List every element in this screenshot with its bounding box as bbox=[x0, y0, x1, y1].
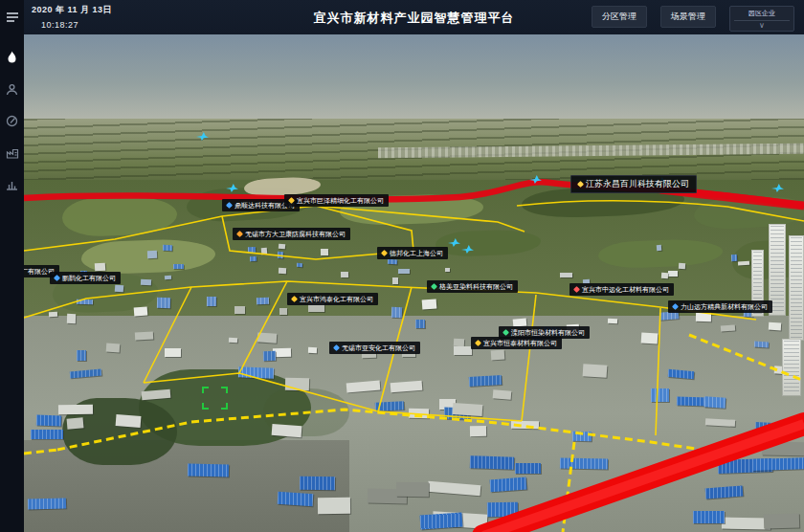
sidebar-item-fire[interactable] bbox=[0, 45, 24, 70]
company-marker-icon bbox=[291, 296, 298, 302]
company-label-text: 德邦化工上海公司 bbox=[390, 250, 443, 256]
company-marker-icon bbox=[288, 197, 295, 204]
sidebar-item-stats[interactable] bbox=[0, 171, 24, 196]
sidebar-item-factory[interactable] bbox=[0, 140, 24, 165]
sidebar bbox=[0, 0, 24, 532]
company-label[interactable]: 宜兴市恒泰材料有限公司 bbox=[471, 337, 562, 349]
company-marker-icon bbox=[226, 202, 233, 209]
company-marker-icon bbox=[54, 275, 60, 281]
sidebar-menu-button[interactable] bbox=[0, 5, 24, 30]
company-label[interactable]: 格美亚染料科技有限公司 bbox=[427, 280, 518, 293]
partition-management-button[interactable]: 分区管理 bbox=[592, 6, 647, 28]
company-label-text: 宜兴市巨泽精细化工有限公司 bbox=[297, 197, 384, 204]
park-enterprise-dropdown[interactable]: 园区企业 ∨ bbox=[729, 6, 794, 32]
company-label-text: 宜兴市鸿泰化工有限公司 bbox=[300, 296, 373, 302]
factory-icon bbox=[6, 146, 19, 159]
company-label-text: 无锡市亚安化工有限公司 bbox=[342, 344, 415, 351]
company-label[interactable]: 宜兴市鸿泰化工有限公司 bbox=[287, 293, 378, 305]
company-label-text: 溧阳市恒染材料有限公司 bbox=[511, 329, 585, 336]
company-marker-icon bbox=[577, 181, 584, 188]
company-marker-icon bbox=[475, 340, 481, 346]
company-label-text: 格美亚染料科技有限公司 bbox=[439, 283, 513, 290]
company-label[interactable]: 宜兴市巨泽精细化工有限公司 bbox=[284, 194, 389, 207]
company-label[interactable]: 宜兴市中远化工材料有限公司 bbox=[570, 283, 674, 296]
park-enterprise-dropdown-label: 园区企业 bbox=[734, 9, 790, 21]
hamburger-icon bbox=[6, 11, 19, 23]
company-label-text: 力山远方精典新材料有限公司 bbox=[681, 303, 768, 310]
top-bar: 2020 年 11 月 13日 10:18:27 宜兴市新材料产业园智慧管理平台… bbox=[24, 0, 804, 34]
flame-icon bbox=[6, 51, 18, 64]
company-label[interactable]: 无锡市亚安化工有限公司 bbox=[329, 342, 420, 354]
person-icon bbox=[6, 83, 18, 96]
bar-chart-icon bbox=[6, 178, 18, 190]
sidebar-item-gauge[interactable] bbox=[0, 108, 24, 133]
company-marker-icon bbox=[381, 250, 388, 256]
company-label-text: 鹏鹞化工有限公司 bbox=[62, 275, 116, 281]
company-label-text: 江苏永昌百川科技有限公司 bbox=[586, 180, 689, 188]
company-marker-icon bbox=[333, 344, 340, 351]
company-label-text: 宜兴市恒泰材料有限公司 bbox=[483, 340, 557, 346]
company-label-text: 宜兴市中远化工材料有限公司 bbox=[582, 286, 669, 293]
sidebar-item-person[interactable] bbox=[0, 77, 24, 101]
company-marker-icon bbox=[236, 231, 243, 237]
company-label[interactable]: 力山远方精典新材料有限公司 bbox=[668, 300, 772, 313]
chevron-down-icon: ∨ bbox=[734, 21, 790, 30]
company-marker-icon bbox=[672, 303, 679, 310]
company-label[interactable]: 无锡市方大卫康防腐科技有限公司 bbox=[233, 228, 350, 240]
gauge-icon bbox=[6, 115, 18, 127]
company-marker-icon bbox=[573, 286, 580, 293]
company-label-text: 无锡市方大卫康防腐科技有限公司 bbox=[245, 231, 346, 237]
company-label[interactable]: 江苏永昌百川科技有限公司 bbox=[570, 175, 697, 193]
header-buttons: 分区管理 场景管理 园区企业 ∨ bbox=[592, 6, 794, 32]
scene-management-button[interactable]: 场景管理 bbox=[660, 6, 716, 28]
company-marker-icon bbox=[502, 329, 509, 336]
smart-park-platform-window: 2020 年 11 月 13日 10:18:27 宜兴市新材料产业园智慧管理平台… bbox=[0, 0, 804, 532]
company-marker-icon bbox=[431, 283, 437, 290]
company-label[interactable]: 德邦化工上海公司 bbox=[377, 247, 448, 259]
company-labels-layer: 鼎顺达科技有限公司宜兴市巨泽精细化工有限公司无锡市方大卫康防腐科技有限公司德邦化… bbox=[0, 0, 804, 532]
company-label[interactable]: 鹏鹞化工有限公司 bbox=[50, 272, 121, 284]
